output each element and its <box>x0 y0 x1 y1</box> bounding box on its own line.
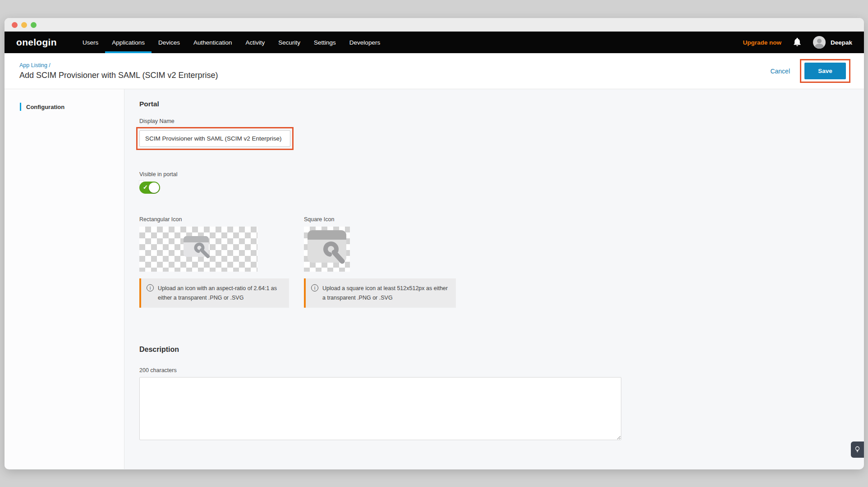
app-window: onelogin Users Applications Devices Auth… <box>5 18 864 469</box>
header-actions: Cancel Save <box>770 59 850 83</box>
portal-section-heading: Portal <box>139 100 864 108</box>
active-indicator-bar <box>20 103 21 111</box>
page-title: Add SCIM Provisioner with SAML (SCIM v2 … <box>19 71 218 80</box>
sidebar-item-configuration[interactable]: Configuration <box>5 103 124 111</box>
square-icon-note: i Upload a square icon at least 512x512p… <box>304 278 456 308</box>
rectangular-icon-note: i Upload an icon with an aspect-ratio of… <box>139 278 289 308</box>
breadcrumb[interactable]: App Listing / <box>19 62 218 68</box>
icon-upload-row: Rectangular Icon i Uplo <box>139 216 864 308</box>
nav-item-developers[interactable]: Developers <box>343 32 387 53</box>
top-nav: onelogin Users Applications Devices Auth… <box>5 32 864 53</box>
nav-menu: Users Applications Devices Authenticatio… <box>76 32 387 53</box>
toggle-on-track: ✓ <box>139 182 160 194</box>
visible-in-portal-label: Visible in portal <box>139 171 864 178</box>
nav-item-authentication[interactable]: Authentication <box>187 32 239 53</box>
window-controls <box>12 22 37 28</box>
toggle-knob <box>149 182 159 193</box>
check-icon: ✓ <box>143 184 148 190</box>
nav-item-activity[interactable]: Activity <box>239 32 272 53</box>
info-icon: i <box>311 284 318 291</box>
rectangular-icon-block: Rectangular Icon i Uplo <box>139 216 304 308</box>
maximize-window-button[interactable] <box>31 22 37 28</box>
square-icon-dropzone[interactable] <box>304 227 350 272</box>
display-name-input[interactable] <box>139 130 290 147</box>
minimize-window-button[interactable] <box>21 22 27 28</box>
user-avatar <box>813 36 826 49</box>
description-section-heading: Description <box>139 346 864 354</box>
user-name: Deepak <box>831 39 852 46</box>
notifications-bell-icon[interactable] <box>793 38 801 47</box>
square-icon-block: Square Icon i Upload a <box>304 216 456 308</box>
description-textarea[interactable] <box>139 377 621 440</box>
page-header-titles: App Listing / Add SCIM Provisioner with … <box>19 62 218 80</box>
upgrade-now-link[interactable]: Upgrade now <box>743 39 781 46</box>
sidebar: Configuration <box>5 89 124 469</box>
close-window-button[interactable] <box>12 22 18 28</box>
cancel-button[interactable]: Cancel <box>770 68 790 75</box>
user-menu[interactable]: Deepak <box>813 36 852 49</box>
rectangular-icon-note-text: Upload an icon with an aspect-ratio of 2… <box>158 284 282 302</box>
nav-item-users[interactable]: Users <box>76 32 105 53</box>
rectangular-icon-dropzone[interactable] <box>139 227 257 272</box>
main-content: Portal Display Name Visible in portal ✓ … <box>124 89 864 469</box>
nav-right-controls: Upgrade now Deepak <box>743 36 852 49</box>
display-name-label: Display Name <box>139 118 864 124</box>
nav-item-applications[interactable]: Applications <box>105 32 152 53</box>
window-titlebar <box>5 18 864 32</box>
square-icon-label: Square Icon <box>304 216 456 223</box>
nav-item-security[interactable]: Security <box>271 32 307 53</box>
app-wrench-placeholder-icon <box>305 228 349 270</box>
page-body: Configuration Portal Display Name Visibl… <box>5 89 864 469</box>
visible-in-portal-toggle[interactable]: ✓ <box>139 182 160 194</box>
character-count-label: 200 characters <box>139 367 864 373</box>
help-lightbulb-button[interactable] <box>851 441 864 458</box>
nav-item-devices[interactable]: Devices <box>152 32 187 53</box>
lightbulb-icon <box>854 446 861 454</box>
annotation-highlight-save: Save <box>800 59 850 83</box>
save-button[interactable]: Save <box>804 63 846 79</box>
onelogin-logo[interactable]: onelogin <box>16 37 57 48</box>
annotation-highlight-display-name <box>136 127 294 150</box>
sidebar-item-label: Configuration <box>26 104 64 110</box>
square-icon-note-text: Upload a square icon at least 512x512px … <box>322 284 449 302</box>
app-wrench-placeholder-icon <box>178 232 219 267</box>
page-header: App Listing / Add SCIM Provisioner with … <box>5 53 864 89</box>
rectangular-icon-label: Rectangular Icon <box>139 216 304 223</box>
nav-item-settings[interactable]: Settings <box>307 32 343 53</box>
info-icon: i <box>147 284 154 291</box>
